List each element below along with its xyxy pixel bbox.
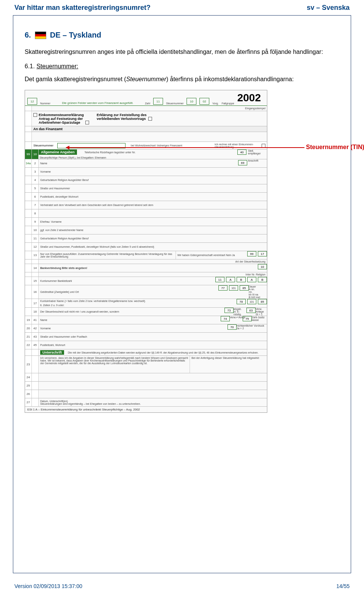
decl-l1: Einkommensteuererklärung	[39, 113, 84, 117]
sub-body-suffix: ) återfinns på inkomstdeklarationshandli…	[166, 76, 293, 82]
code-63: 63	[246, 308, 256, 313]
code-11b: 11	[215, 277, 224, 282]
row-23r: Bei der Anfertigung dieser Steuererkläru…	[190, 356, 267, 373]
line-10: 10	[32, 226, 39, 234]
sub-title: Steuernummer:	[36, 63, 78, 69]
rv-label: nichtamtlicher Vordruck Ja = 2	[237, 324, 267, 332]
code-41: 41	[32, 316, 39, 324]
code-101a: 101	[229, 285, 238, 291]
form-wrap: 12 Nummer Die grünen Felder werden vom F…	[25, 90, 313, 413]
top-cell-11: 11	[153, 98, 163, 105]
code-74: 74	[221, 316, 230, 321]
checkbox-icon	[148, 117, 152, 121]
tele-label: Telefonische Rückfragen tagsüber unter N…	[85, 151, 136, 154]
footer-page: 14/55	[336, 583, 350, 589]
art-label: Art der Steuerfestsetzung	[39, 259, 267, 264]
top-lbl-steuer: Steuernummer	[166, 102, 184, 105]
content-frame: 6. DE – Tyskland Skatteregistreringsnumr…	[13, 15, 351, 573]
row-9: Ehefrau: Vorname	[39, 218, 267, 226]
form-year: 2002	[237, 92, 265, 105]
code-69: 69	[238, 160, 247, 165]
line-12: 12	[32, 243, 39, 251]
row-12: Straße und Hausnummer, Postleitzahl, der…	[39, 243, 267, 251]
line-8: 8	[32, 209, 39, 217]
code-40: 40	[237, 149, 246, 155]
code-70: 70	[228, 324, 237, 330]
row-vorname: Vorname	[39, 168, 267, 176]
row-15: Kontonummer Bankleitzahl	[39, 277, 214, 285]
unterschrift-note: Die mit der Steuererklärung angeforderte…	[68, 351, 259, 354]
row-14: Bankverbindung Bitte stets angeben!	[39, 264, 256, 272]
row-20: Vorname	[39, 324, 226, 332]
checkbox-icon	[85, 121, 89, 124]
row-19: Name	[39, 316, 219, 324]
code-73: 73	[224, 308, 234, 313]
an-das-finanzamt: An das Finanzamt	[32, 126, 267, 132]
row-27: Datum, Unterschrift(en) Steuererklärunge…	[39, 398, 267, 406]
row-22: Postleitzahl, Wohnort	[39, 341, 267, 349]
verw-label: Verw. Anlage St = 1	[256, 308, 267, 316]
row-11: Geburtsdatum Religion Ausgeübter Beruf	[39, 234, 267, 242]
code-99: 99	[25, 149, 32, 159]
code-99b: 99	[247, 251, 256, 256]
code-77: 77	[218, 285, 228, 291]
code-17: 17	[258, 251, 267, 256]
line-11: 11	[32, 234, 39, 242]
germany-flag-icon	[35, 31, 46, 39]
allg-sub: Steuerpflichtige Person (Stpfl.), bei Eh…	[39, 156, 267, 159]
row-10: ggf. von Zeile 2 abweichender Name	[39, 226, 267, 234]
page-title-right: sv – Svenska	[307, 4, 350, 12]
green-note: Die grünen Felder werden vom Finanzamt a…	[53, 101, 142, 105]
line-6: 6	[32, 193, 39, 201]
top-cell-02: 02	[199, 98, 209, 105]
wohnsitz-label: bei Wohnsitzwechsel: bisheriges Finanzam…	[131, 144, 182, 147]
code-42: 42	[32, 324, 39, 332]
sub-body-italic: Steuernummer	[126, 76, 166, 82]
anschrift: Anschrift	[248, 159, 267, 167]
code-10b: 10	[258, 264, 267, 269]
code-45: 45	[32, 341, 39, 349]
decl-r1: Erklärung zur Feststellung des	[97, 113, 147, 117]
zahlv-label: Zahl-Justiz kasse	[252, 316, 267, 324]
abgab-label: abgab. zt. E- rststtg.	[234, 308, 245, 316]
code-85a: 85	[240, 285, 249, 291]
arrow-line	[69, 147, 304, 148]
form-footer: ESt 1 A – Einkommensteuererklärung für u…	[25, 407, 267, 412]
inter-label: Inter Nr. Religion	[39, 272, 267, 277]
top-cell-10: 10	[187, 98, 196, 105]
dauer-label: Dauer A nn. nn. kh III na B hhf nnd	[249, 285, 267, 299]
sub-heading: 6.1. Steuernummer:	[25, 63, 339, 70]
sub-number: 6.1.	[25, 63, 35, 69]
row-13-right: Wir haben Gütergemeinschaft vereinbart N…	[176, 251, 246, 259]
top-cell-12: 12	[27, 98, 37, 105]
row-8	[39, 209, 267, 217]
row-5: Straße und Hausnummer	[39, 184, 267, 192]
row-21: Straße und Hausnummer oder Postfach	[39, 333, 267, 341]
code-101b: 101	[247, 299, 256, 304]
row-16: Geldinstitut (Zweigstelle) und Ort	[39, 285, 217, 299]
sub-body: Det gamla skatteregistreringsnumret (Ste…	[25, 75, 339, 83]
decl-l3: Arbeitnehmer-Sparzulage	[39, 121, 84, 124]
page-title-left: Var hittar man skatteregistreringsnumret…	[14, 4, 151, 12]
top-lbl-fall: Fallgruppe	[222, 102, 234, 105]
row-17b: lt. Zeilen 2 u. 9 oder:	[40, 304, 64, 307]
top-lbl-zahl: Zahl	[145, 102, 150, 105]
sub-body-prefix: Det gamla skatteregistreringsnumret (	[25, 76, 126, 82]
row-18: Der Steuerbescheid soll nicht mir / uns …	[39, 308, 223, 316]
line-5: 5	[32, 184, 39, 192]
row-17: Kontoinhaber Name (= falls vom Zeile 2 b…	[40, 300, 145, 302]
steuernummer-label: Steuernummer	[33, 144, 55, 147]
intro-paragraph: Skatteregistreringsnumren anges inte på …	[25, 48, 339, 56]
row-23: Ich versichere, dass ich die Angaben in …	[39, 356, 190, 373]
section-heading: 6. DE – Tyskland	[25, 31, 339, 39]
code-43: 43	[32, 333, 39, 341]
checkbox-icon	[262, 144, 265, 148]
unterschrift-tag: Unterschrift	[40, 350, 64, 355]
line-3: 3	[32, 168, 39, 176]
code-85b: 85	[258, 299, 267, 304]
eingang-label: Eingangsstempel	[245, 107, 265, 110]
steuernummer-row: Steuernummer bei Wohnsitzwechsel: bisher…	[25, 142, 267, 149]
row-6: Postleitzahl, derzeitiger Wohnort	[39, 193, 267, 201]
row-7: Verheiratet seit dem Verwitwet seit dem …	[39, 201, 267, 209]
allgemeine-angaben: Allgemeine Angaben	[39, 149, 77, 155]
